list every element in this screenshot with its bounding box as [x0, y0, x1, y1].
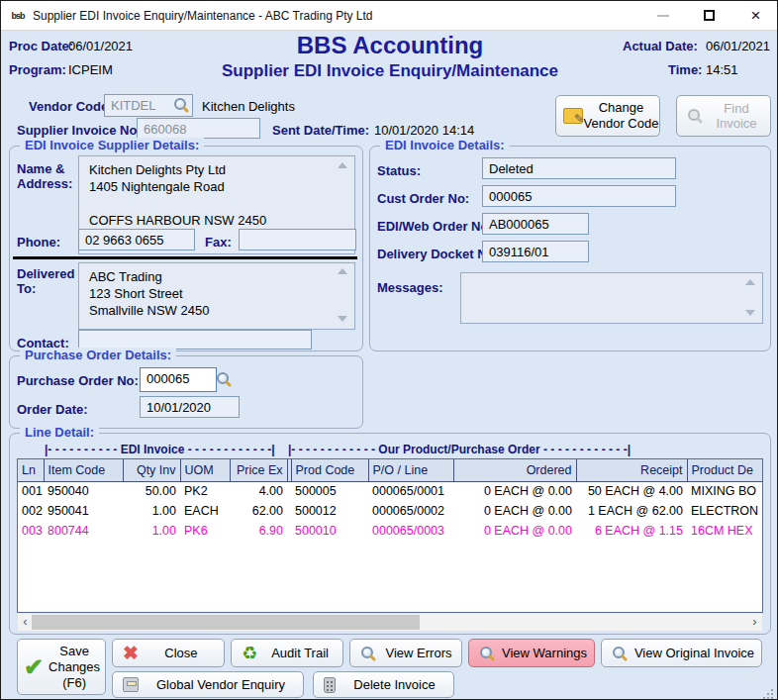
cell-qty-inv: 1.00: [123, 501, 180, 521]
delivery-docket-field[interactable]: 039116/01: [482, 241, 589, 262]
scroll-up-icon[interactable]: [338, 162, 347, 168]
scroll-down-icon[interactable]: [338, 316, 347, 322]
scroll-up-icon[interactable]: [745, 279, 755, 285]
cell-po-line: 000065/0002: [368, 501, 453, 521]
col-prod-code[interactable]: Prod Code: [291, 459, 368, 481]
line-detail-title: Line Detail:: [20, 425, 99, 440]
find-invoice-label: Find Invoice: [703, 101, 770, 131]
minimize-button[interactable]: [640, 1, 685, 30]
time-label: Time:: [668, 62, 702, 77]
close-window-button[interactable]: ×: [733, 1, 778, 30]
view-warnings-button[interactable]: View Warnings: [468, 639, 595, 667]
supplier-invoice-field[interactable]: 660068: [137, 118, 260, 139]
scroll-left-icon[interactable]: ‹: [18, 614, 33, 631]
col-po-line[interactable]: P/O / Line: [368, 459, 453, 481]
resize-grip[interactable]: [763, 685, 773, 695]
messages-label: Messages:: [377, 280, 442, 295]
our-product-group-header: |- - - - - - - - - - - - Our Product/Pur…: [288, 443, 631, 456]
cell-price-ex: 6.90: [230, 521, 287, 541]
cell-prod-code: 500005: [291, 481, 368, 501]
col-product-desc[interactable]: Product De: [687, 459, 763, 481]
col-price-ex[interactable]: Price Ex: [230, 459, 287, 481]
col-item-code[interactable]: Item Code: [44, 459, 123, 481]
col-qty-inv[interactable]: Qty Inv: [123, 459, 180, 481]
app-logo-icon: bsb: [9, 7, 27, 25]
trash-icon: [324, 677, 336, 693]
app-window: bsb Supplier EDI Invoice Enquiry/Mainten…: [0, 0, 778, 700]
delivered-to-box[interactable]: ABC Trading 123 Short Street Smallville …: [78, 262, 355, 330]
global-vendor-enquiry-button[interactable]: Global Vendor Enquiry: [112, 671, 304, 698]
cell-product-desc: ELECTRON: [687, 501, 763, 521]
cell-po-line: 000065/0003: [368, 521, 453, 541]
view-errors-button[interactable]: View Errors: [349, 639, 462, 667]
scrollbar-thumb[interactable]: [32, 615, 420, 630]
purchase-order-search-icon[interactable]: [216, 371, 232, 387]
title-bar: bsb Supplier EDI Invoice Enquiry/Mainten…: [1, 1, 777, 31]
delivery-docket-label: Delivery Docket No:: [377, 247, 499, 261]
contact-field[interactable]: [78, 330, 312, 350]
scroll-right-icon[interactable]: ›: [747, 614, 762, 631]
view-original-invoice-button[interactable]: View Original Invoice: [601, 639, 762, 667]
vendor-search-icon[interactable]: [173, 97, 189, 113]
cust-order-field[interactable]: 000065: [482, 185, 676, 207]
invoice-details-title: EDI Invoice Details:: [380, 138, 510, 152]
view-original-search-icon: [612, 646, 628, 661]
phone-field[interactable]: 02 9663 0655: [78, 229, 195, 250]
fax-field[interactable]: [239, 229, 356, 250]
close-label: Close: [139, 646, 224, 660]
cell-receipt: 50 EACH @ 4.00: [576, 481, 687, 501]
edi-web-order-label: EDI/Web Order No:: [377, 219, 493, 234]
purchase-order-no-field[interactable]: 000065: [140, 367, 217, 392]
cell-ordered: 0 EACH @ 0.00: [453, 521, 576, 541]
view-warnings-label: View Warnings: [495, 646, 594, 660]
table-row-highlighted[interactable]: 003 800744 1.00 PK6 6.90 500010 000065/0…: [18, 521, 763, 541]
change-vendor-code-label: Change Vendor Code: [583, 100, 659, 132]
cell-ordered: 0 EACH @ 0.00: [453, 501, 576, 521]
close-x-icon: ✖: [123, 644, 139, 662]
vendor-code-label: Vendor Code:: [29, 99, 113, 114]
order-date-field[interactable]: 10/01/2020: [140, 396, 240, 418]
cell-ln: 003: [18, 521, 44, 541]
change-vendor-code-button[interactable]: Change Vendor Code: [555, 95, 660, 137]
status-field[interactable]: Deleted: [482, 157, 676, 179]
audit-trail-button[interactable]: ♻ Audit Trail: [231, 639, 343, 667]
window-title: Supplier EDI Invoice Enquiry/Maintenance…: [33, 9, 373, 23]
purchase-order-title: Purchase Order Details:: [20, 348, 176, 362]
delete-invoice-button[interactable]: Delete Invoice: [313, 671, 454, 698]
purchase-order-no-label: Purchase Order No:: [17, 373, 139, 388]
close-button[interactable]: ✖ Close: [112, 639, 225, 667]
section-divider: [13, 256, 357, 259]
messages-box[interactable]: [460, 272, 763, 324]
scroll-down-icon[interactable]: [745, 310, 755, 316]
cell-item-code: 800744: [44, 521, 123, 541]
phone-label: Phone:: [17, 235, 60, 250]
delivered-to-label: Delivered To:: [17, 266, 76, 296]
save-changes-label: Save Changes (F6): [44, 644, 105, 691]
cell-uom: EACH: [180, 501, 230, 521]
horizontal-scrollbar[interactable]: ‹ ›: [18, 614, 762, 631]
cell-item-code: 950040: [44, 481, 123, 501]
cell-qty-inv: 1.00: [123, 521, 180, 541]
recycle-icon: ♻: [242, 645, 257, 662]
vendor-name-value: Kitchen Delights: [202, 99, 295, 114]
edit-note-icon: [563, 108, 583, 124]
scroll-up-icon[interactable]: [338, 268, 347, 274]
col-receipt[interactable]: Receipt: [576, 459, 687, 481]
edi-web-order-field[interactable]: AB000065: [482, 213, 589, 235]
cell-uom: PK6: [180, 521, 230, 541]
view-original-invoice-label: View Original Invoice: [628, 646, 761, 660]
cell-uom: PK2: [180, 481, 230, 501]
order-date-label: Order Date:: [17, 402, 88, 417]
col-ln[interactable]: Ln: [18, 459, 44, 481]
col-ordered[interactable]: Ordered: [453, 459, 576, 481]
check-icon: ✔: [24, 655, 44, 679]
find-invoice-button[interactable]: Find Invoice: [676, 95, 771, 137]
table-row[interactable]: 002 950041 1.00 EACH 62.00 500012 000065…: [18, 501, 763, 521]
register-icon: [123, 677, 139, 692]
time-value: 14:51: [706, 62, 738, 77]
table-row[interactable]: 001 950040 50.00 PK2 4.00 500005 000065/…: [18, 481, 763, 501]
col-uom[interactable]: UOM: [180, 459, 230, 481]
save-changes-button[interactable]: ✔ Save Changes (F6): [17, 639, 106, 695]
maximize-button[interactable]: [687, 1, 731, 30]
cell-item-code: 950041: [44, 501, 123, 521]
